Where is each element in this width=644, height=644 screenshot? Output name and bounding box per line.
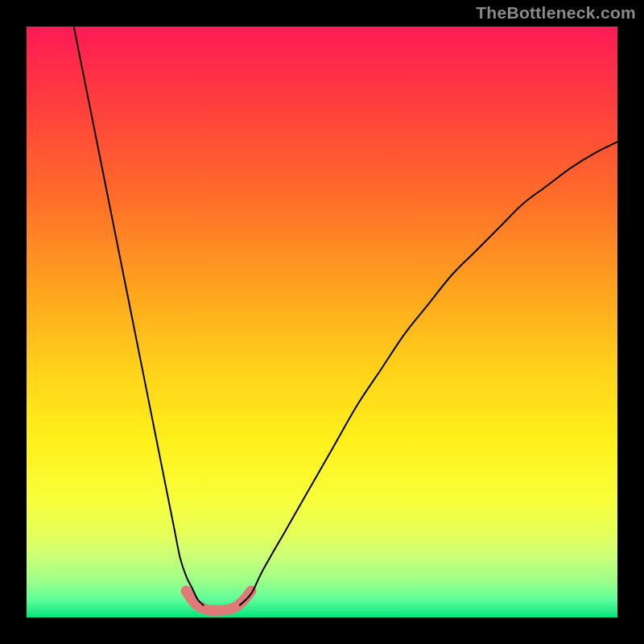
chart-frame: TheBottleneck.com [0,0,644,644]
curve-overlay [0,0,644,644]
bottleneck-curve-right [239,142,617,605]
bottleneck-curve-left [74,27,204,605]
trough-highlight [186,591,251,610]
